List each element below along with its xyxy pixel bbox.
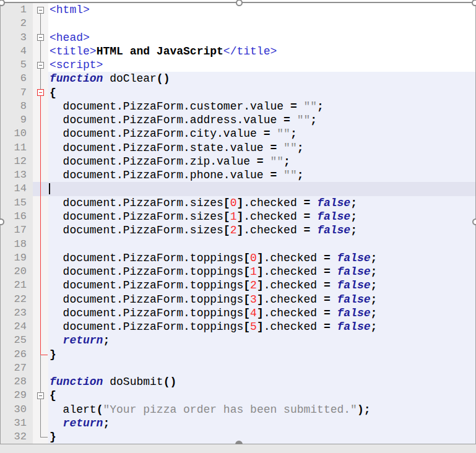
line-number[interactable]: 30 (0, 403, 33, 416)
fold-collapse-icon[interactable] (37, 89, 44, 96)
code-line[interactable]: } (48, 348, 476, 361)
code-line[interactable]: <title>HTML and JavaScript</title> (48, 45, 476, 58)
code-line[interactable]: alert("Your pizza order has been submitt… (48, 403, 476, 416)
line-number[interactable]: 8 (0, 100, 33, 113)
code-line[interactable] (48, 238, 476, 251)
line-number[interactable]: 18 (0, 238, 33, 251)
crop-handle-middle-left-icon[interactable] (0, 218, 4, 225)
code-line[interactable]: document.PizzaForm.address.value = ""; (48, 113, 476, 127)
fold-guide-line (40, 100, 41, 106)
code-line[interactable]: { (48, 389, 476, 402)
code-line[interactable]: return; (48, 416, 476, 430)
line-number[interactable]: 19 (0, 251, 33, 265)
code-token-kw: return (63, 334, 103, 347)
fold-collapse-icon[interactable] (37, 34, 44, 41)
fold-guide-line (40, 203, 41, 210)
crop-handle-middle-right-icon[interactable] (472, 218, 476, 225)
code-token-op: ] (236, 197, 243, 209)
code-line[interactable]: <head> (48, 31, 476, 45)
code-token-num: 3 (250, 293, 257, 306)
line-number[interactable]: 16 (0, 210, 33, 223)
line-number[interactable]: 25 (0, 334, 33, 347)
code-token-kw: false (317, 197, 350, 209)
fold-margin-cell (33, 3, 48, 17)
editor-line: 29{ (0, 389, 476, 402)
code-token-str: "" (277, 127, 290, 140)
line-number[interactable]: 5 (0, 58, 33, 72)
code-line[interactable]: { (48, 86, 476, 100)
code-line[interactable]: document.PizzaForm.state.value = ""; (48, 141, 476, 155)
line-number[interactable]: 1 (0, 3, 33, 17)
code-token-pl: .checked (264, 307, 324, 319)
line-number[interactable]: 13 (0, 168, 33, 182)
code-token-pl (331, 321, 337, 333)
code-line[interactable]: } (48, 430, 476, 444)
fold-guide-line (40, 113, 41, 120)
code-line[interactable]: document.PizzaForm.phone.value = ""; (48, 168, 476, 182)
code-line[interactable]: document.PizzaForm.customer.value = ""; (48, 100, 476, 113)
crop-handle-top-left-icon[interactable] (0, 0, 5, 6)
code-line[interactable]: <html> (48, 3, 476, 17)
line-number[interactable]: 4 (0, 45, 33, 58)
code-line[interactable]: function doClear() (48, 72, 476, 85)
code-editor[interactable]: 1<html>23<head>4<title>HTML and JavaScri… (0, 3, 476, 444)
line-number[interactable]: 10 (0, 127, 33, 140)
fold-guide-line (40, 168, 41, 175)
code-token-str: "Your pizza order has been submitted." (103, 403, 357, 416)
fold-collapse-icon[interactable] (37, 392, 44, 399)
code-token-pl (277, 169, 283, 181)
code-line[interactable]: document.PizzaForm.city.value = ""; (48, 127, 476, 140)
line-number[interactable]: 28 (0, 375, 33, 389)
line-number[interactable]: 7 (0, 86, 33, 100)
line-number[interactable]: 31 (0, 416, 33, 430)
code-line[interactable]: document.PizzaForm.toppings[0].checked =… (48, 251, 476, 265)
line-number[interactable]: 26 (0, 348, 33, 361)
fold-guide-line (40, 313, 41, 320)
code-line[interactable]: document.PizzaForm.sizes[0].checked = fa… (48, 196, 476, 210)
code-line[interactable]: document.PizzaForm.toppings[4].checked =… (48, 306, 476, 320)
editor-line: 14 (0, 182, 476, 196)
code-line[interactable]: document.PizzaForm.zip.value = ""; (48, 155, 476, 168)
line-number[interactable]: 24 (0, 320, 33, 334)
line-number[interactable]: 9 (0, 113, 33, 127)
code-line[interactable] (48, 361, 476, 375)
line-number[interactable]: 6 (0, 72, 33, 85)
code-token-op: = (270, 169, 277, 181)
code-line[interactable]: document.PizzaForm.toppings[1].checked =… (48, 265, 476, 278)
code-line[interactable] (48, 182, 476, 196)
line-number[interactable]: 3 (0, 31, 33, 45)
line-number[interactable]: 21 (0, 278, 33, 292)
line-number[interactable]: 14 (0, 182, 33, 196)
line-number[interactable]: 15 (0, 196, 33, 210)
code-token-op: = (304, 224, 311, 236)
line-number[interactable]: 23 (0, 306, 33, 320)
line-number[interactable]: 32 (0, 430, 33, 444)
fold-guide-line (40, 278, 41, 285)
line-number[interactable]: 11 (0, 141, 33, 155)
line-number[interactable]: 20 (0, 265, 33, 278)
line-number[interactable]: 17 (0, 223, 33, 237)
line-number[interactable]: 2 (0, 17, 33, 30)
code-line[interactable] (48, 17, 476, 30)
crop-handle-bottom-middle-icon[interactable] (235, 441, 243, 444)
editor-line: 19 document.PizzaForm.toppings[0].checke… (0, 251, 476, 265)
line-number[interactable]: 27 (0, 361, 33, 375)
code-token-pl: document.PizzaForm.sizes (50, 210, 223, 223)
code-line[interactable]: document.PizzaForm.toppings[3].checked =… (48, 293, 476, 306)
code-line[interactable]: document.PizzaForm.sizes[1].checked = fa… (48, 210, 476, 223)
code-line[interactable]: document.PizzaForm.toppings[5].checked =… (48, 320, 476, 334)
crop-handle-top-middle-icon[interactable] (236, 0, 243, 6)
code-line[interactable]: function doSubmit() (48, 375, 476, 389)
line-number[interactable]: 12 (0, 155, 33, 168)
line-number[interactable]: 29 (0, 389, 33, 402)
code-line[interactable]: <script> (48, 58, 476, 72)
code-token-str: "" (283, 169, 297, 181)
code-line[interactable]: document.PizzaForm.toppings[2].checked =… (48, 278, 476, 292)
fold-collapse-icon[interactable] (37, 62, 44, 69)
fold-collapse-icon[interactable] (37, 7, 44, 14)
line-number[interactable]: 22 (0, 293, 33, 306)
code-token-op: [ (223, 224, 230, 236)
code-line[interactable]: return; (48, 334, 476, 347)
code-line[interactable]: document.PizzaForm.sizes[2].checked = fa… (48, 223, 476, 237)
crop-handle-top-right-icon[interactable] (472, 0, 476, 6)
